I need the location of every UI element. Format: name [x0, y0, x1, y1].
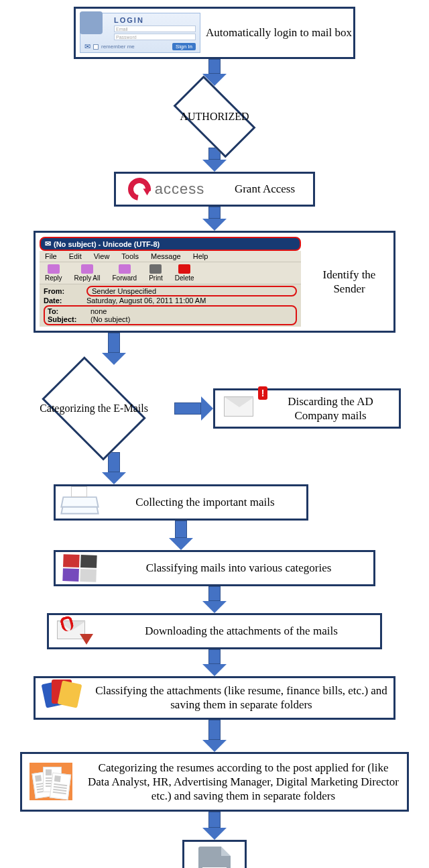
arrow-down-icon — [202, 586, 227, 613]
hdr-subject-label: Subject: — [48, 315, 86, 323]
tool-reply-all: Reply All — [74, 264, 101, 282]
mail-headers: From:Sender Unspecified Date:Saturday, A… — [40, 284, 301, 327]
decision-categorizing: Categorizing the E-Mails — [13, 365, 174, 452]
signin-button: Sign In — [172, 43, 196, 50]
mail-toolbar: Reply Reply All Forward Print Delete — [40, 262, 301, 284]
decision-categorizing-label: Categorizing the E-Mails — [13, 365, 174, 452]
envelope-icon — [224, 396, 253, 417]
menu-file: File — [45, 252, 57, 260]
arrow-down-icon — [169, 521, 193, 550]
login-email-field: Email — [114, 25, 196, 32]
arrow-down-icon — [102, 333, 126, 365]
tool-print: Print — [149, 264, 163, 282]
decision-authorized: AUTHORIZED — [141, 86, 288, 148]
hdr-date-value: Saturday, August 06, 2011 11:00 AM — [86, 296, 297, 305]
step-login: LOGIN Email Password ✉ remember me Sign … — [74, 7, 355, 59]
remember-checkbox — [93, 44, 99, 50]
tool-reply: Reply — [45, 264, 62, 282]
resumes-icon — [29, 763, 72, 800]
step-classify-mails-label: Classifying mails into various categorie… — [104, 552, 373, 584]
flowchart: LOGIN Email Password ✉ remember me Sign … — [0, 7, 429, 868]
step-classify-attachments: Classifying the attachments (like resume… — [34, 676, 395, 720]
step-categorize-resumes-label: Categorizing the resumes according to th… — [80, 754, 407, 810]
arrow-down-icon — [202, 812, 227, 840]
mail-title-text: (No subject) - Unicode (UTF-8) — [54, 240, 160, 248]
step-discard-ad-label: Discarding the AD Company mails — [262, 390, 399, 427]
mail-window-title: ✉ (No subject) - Unicode (UTF-8) — [40, 237, 301, 251]
alert-icon: ! — [258, 386, 267, 400]
hdr-date-label: Date: — [44, 296, 82, 305]
access-logo: access — [128, 178, 204, 201]
step-login-label: Automatically login to mail box — [204, 9, 353, 57]
mail-app-icon: ✉ — [45, 239, 51, 248]
arrow-down-icon — [202, 207, 227, 231]
decision-authorized-label: AUTHORIZED — [141, 86, 288, 148]
folders-icon — [44, 680, 81, 709]
menu-help: Help — [193, 252, 208, 260]
arrow-down-icon — [202, 720, 227, 752]
step-identify-sender: ✉ (No subject) - Unicode (UTF-8) File Ed… — [34, 231, 395, 333]
tray-icon — [62, 490, 98, 514]
hdr-from-value: Sender Unspecified — [86, 286, 297, 296]
menu-view: View — [94, 252, 110, 260]
access-word: access — [155, 180, 204, 198]
row-categorize-discard: Categorizing the E-Mails ! Discarding th… — [13, 365, 416, 452]
remember-label: remember me — [101, 44, 170, 50]
arrow-right-icon — [174, 396, 213, 421]
categories-icon — [62, 554, 97, 582]
step-classify-attachments-label: Classifying the attachments (like resume… — [89, 678, 393, 718]
step-file-output: FILE — [182, 840, 247, 868]
arrow-down-icon — [202, 649, 227, 676]
avatar-icon — [80, 11, 103, 34]
step-categorize-resumes: Categorizing the resumes according to th… — [20, 752, 409, 812]
menu-message: Message — [151, 252, 181, 260]
attachment-download-icon — [57, 618, 95, 645]
hdr-subject-value: (No subject) — [90, 315, 130, 323]
step-classify-mails: Classifying mails into various categorie… — [54, 550, 375, 586]
mail-client-screenshot: ✉ (No subject) - Unicode (UTF-8) File Ed… — [40, 237, 301, 327]
file-icon: FILE — [198, 847, 231, 868]
step-collect-important: Collecting the important mails — [54, 484, 308, 521]
menu-edit: Edit — [69, 252, 82, 260]
login-title: LOGIN — [114, 16, 196, 24]
mail-menubar: File Edit View Tools Message Help — [40, 251, 301, 262]
step-identify-sender-label: Identify the Sender — [305, 233, 393, 331]
login-screenshot: LOGIN Email Password ✉ remember me Sign … — [76, 9, 204, 57]
hdr-from-label: From: — [44, 287, 82, 295]
step-grant-access-label: Grant Access — [217, 174, 313, 205]
hdr-to-label: To: — [48, 307, 86, 315]
step-grant-access: access Grant Access — [114, 172, 315, 207]
menu-tools: Tools — [121, 252, 139, 260]
hdr-to-value: none — [90, 307, 107, 315]
step-discard-ad: ! Discarding the AD Company mails — [213, 388, 401, 429]
mail-glyph-icon: ✉ — [84, 42, 90, 51]
tool-delete: Delete — [175, 264, 194, 282]
step-collect-important-label: Collecting the important mails — [104, 486, 306, 519]
step-download-attachments-label: Downloading the attachments of the mails — [103, 615, 380, 647]
step-download-attachments: Downloading the attachments of the mails — [47, 613, 382, 649]
tool-forward: Forward — [112, 264, 137, 282]
login-password-field: Password — [114, 34, 196, 40]
access-ring-icon — [123, 173, 155, 205]
